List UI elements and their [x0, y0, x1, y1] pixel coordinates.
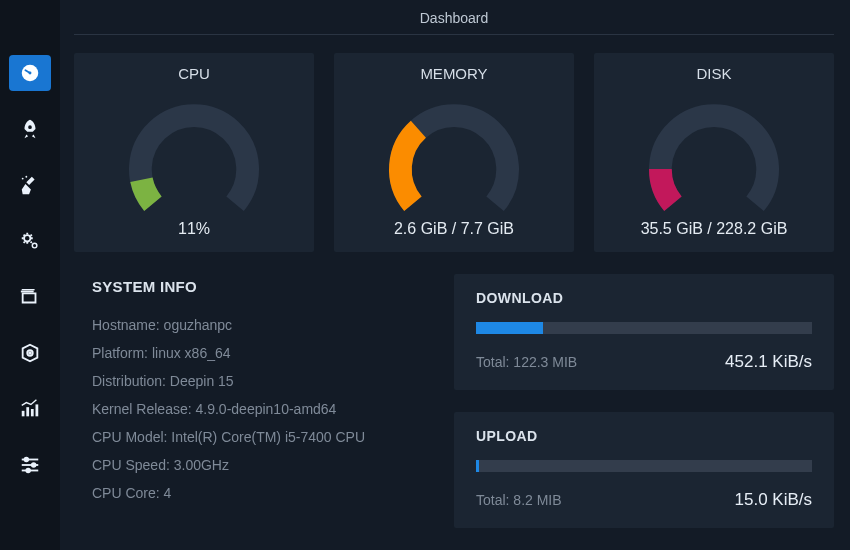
svg-rect-10	[31, 409, 34, 416]
upload-total: Total: 8.2 MIB	[476, 492, 562, 508]
broom-icon	[19, 174, 41, 196]
download-total: Total: 122.3 MIB	[476, 354, 577, 370]
sysinfo-cpumodel: CPU Model: Intel(R) Core(TM) i5-7400 CPU	[92, 423, 434, 451]
sidebar-item-processes[interactable]	[9, 111, 51, 147]
disk-card-title: DISK	[696, 65, 731, 82]
disk-card: DISK 35.5 GiB / 228.2 GiB	[594, 53, 834, 252]
svg-point-16	[32, 463, 36, 467]
sidebar-item-startup[interactable]	[9, 279, 51, 315]
system-info-heading: SYSTEM INFO	[92, 278, 434, 295]
sidebar-item-cleaner[interactable]	[9, 167, 51, 203]
main-panel: Dashboard CPU 11% MEMORY 2.6 GiB / 7.7 G…	[60, 0, 850, 550]
sysinfo-platform: Platform: linux x86_64	[92, 339, 434, 367]
memory-value: 2.6 GiB / 7.7 GiB	[394, 220, 514, 238]
gears-icon	[19, 230, 41, 252]
upload-bar-fill	[476, 460, 479, 472]
sidebar-item-dashboard[interactable]	[9, 55, 51, 91]
cpu-gauge	[109, 88, 279, 218]
rocket-icon	[19, 118, 41, 140]
sysinfo-cpuspeed: CPU Speed: 3.00GHz	[92, 451, 434, 479]
sysinfo-hostname: Hostname: oguzhanpc	[92, 311, 434, 339]
svg-rect-11	[36, 404, 39, 416]
download-bar-fill	[476, 322, 543, 334]
network-column: DOWNLOAD Total: 122.3 MIB 452.1 KiB/s UP…	[454, 274, 834, 528]
disk-icon	[19, 342, 41, 364]
upload-title: UPLOAD	[476, 428, 812, 444]
svg-point-1	[29, 72, 32, 75]
sysinfo-distro: Distribution: Deepin 15	[92, 367, 434, 395]
memory-gauge	[369, 88, 539, 218]
cpu-value: 11%	[178, 220, 210, 238]
upload-card: UPLOAD Total: 8.2 MIB 15.0 KiB/s	[454, 412, 834, 528]
page-title: Dashboard	[74, 0, 834, 35]
svg-rect-9	[26, 407, 29, 416]
gauge-icon	[19, 62, 41, 84]
sidebar-item-packages[interactable]	[9, 335, 51, 371]
svg-point-5	[32, 243, 37, 248]
sidebar-item-stats[interactable]	[9, 391, 51, 427]
svg-point-15	[25, 458, 29, 462]
layers-icon	[19, 286, 41, 308]
sliders-icon	[19, 454, 41, 476]
lower-row: SYSTEM INFO Hostname: oguzhanpc Platform…	[74, 274, 834, 528]
sidebar	[0, 0, 60, 550]
sysinfo-cpucore: CPU Core: 4	[92, 479, 434, 507]
download-bar	[476, 322, 812, 334]
system-info: SYSTEM INFO Hostname: oguzhanpc Platform…	[74, 274, 434, 528]
download-title: DOWNLOAD	[476, 290, 812, 306]
upload-bar	[476, 460, 812, 472]
download-rate: 452.1 KiB/s	[725, 352, 812, 372]
svg-point-7	[29, 352, 31, 354]
memory-card: MEMORY 2.6 GiB / 7.7 GiB	[334, 53, 574, 252]
svg-point-17	[26, 469, 30, 473]
cpu-card: CPU 11%	[74, 53, 314, 252]
svg-point-4	[24, 235, 30, 241]
svg-rect-8	[22, 411, 25, 417]
svg-point-3	[25, 176, 27, 178]
gauge-row: CPU 11% MEMORY 2.6 GiB / 7.7 GiB DISK 35…	[74, 53, 834, 252]
bar-chart-icon	[19, 398, 41, 420]
svg-point-2	[22, 178, 24, 180]
memory-card-title: MEMORY	[420, 65, 487, 82]
sysinfo-kernel: Kernel Release: 4.9.0-deepin10-amd64	[92, 395, 434, 423]
upload-rate: 15.0 KiB/s	[735, 490, 813, 510]
sidebar-item-services[interactable]	[9, 223, 51, 259]
download-card: DOWNLOAD Total: 122.3 MIB 452.1 KiB/s	[454, 274, 834, 390]
cpu-card-title: CPU	[178, 65, 210, 82]
disk-gauge	[629, 88, 799, 218]
disk-value: 35.5 GiB / 228.2 GiB	[641, 220, 788, 238]
sidebar-item-settings[interactable]	[9, 447, 51, 483]
